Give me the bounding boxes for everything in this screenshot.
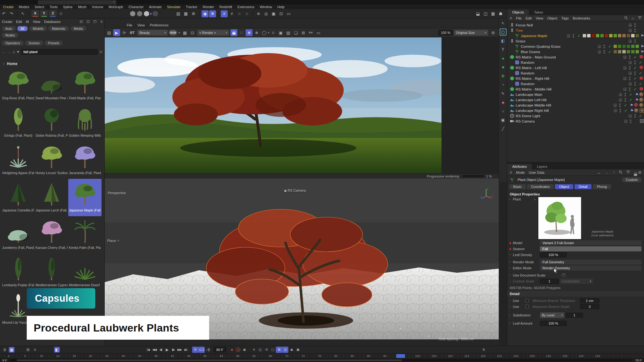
tab-objects[interactable]: Objects bbox=[507, 9, 529, 15]
custom-scale-unit-dropdown[interactable]: Centimeters▾ bbox=[560, 278, 593, 284]
material-swatch[interactable] bbox=[626, 34, 630, 38]
tab-takes[interactable]: Takes bbox=[529, 9, 548, 15]
object-row-rs-camera[interactable]: RS Camera bbox=[507, 118, 644, 124]
plane-tool-icon[interactable]: ▢ bbox=[500, 29, 507, 36]
visibility-dots-icon[interactable] bbox=[634, 61, 636, 64]
redshift-tag-icon[interactable] bbox=[633, 103, 639, 107]
asset-kanzan-cherry-fall-pl[interactable]: Kanzan Cherry (Fall, Pl... bbox=[35, 216, 68, 254]
interactive-render-icon[interactable]: ⊡ bbox=[278, 10, 285, 17]
workplane-lock-icon[interactable]: ⊘ bbox=[243, 10, 250, 17]
cube-tool-icon[interactable]: ◧ bbox=[500, 37, 507, 44]
edit-toggle-icon[interactable] bbox=[623, 88, 626, 91]
edit-toggle-icon[interactable] bbox=[629, 24, 632, 27]
edit-toggle-icon[interactable] bbox=[629, 61, 632, 64]
asset-japanese-larch-fall[interactable]: Japanese Larch (Fall, ... bbox=[35, 179, 68, 216]
expand-timeline-icon[interactable]: ⇅ bbox=[480, 347, 487, 353]
flag-tag-icon[interactable]: ⚑ bbox=[635, 98, 639, 102]
image-focus-icon[interactable]: ▣ bbox=[277, 29, 284, 36]
edit-toggle-icon[interactable] bbox=[567, 34, 570, 37]
menu-help[interactable]: Help bbox=[277, 5, 285, 9]
visibility-dots-icon[interactable] bbox=[629, 55, 630, 59]
picture-viewer-icon[interactable]: ▣ bbox=[270, 10, 277, 17]
axis-x-button[interactable]: X bbox=[31, 10, 39, 17]
asset-field-maple-fall-plant[interactable]: Field Maple (Fall, Plant) bbox=[68, 67, 102, 104]
visibility-dots-icon[interactable] bbox=[630, 119, 631, 123]
custom-button[interactable]: Custom bbox=[622, 177, 641, 182]
collapse-icon[interactable]: ‹ bbox=[3, 62, 4, 66]
text-tool-icon[interactable]: T bbox=[500, 46, 507, 53]
zoom-field[interactable]: 100 % bbox=[438, 30, 453, 36]
asset-golden-weeping-willo[interactable]: Golden Weeping Willo... bbox=[68, 104, 102, 141]
enabled-check-icon[interactable]: ✓ bbox=[624, 103, 629, 107]
menu-window[interactable]: Window bbox=[260, 5, 272, 9]
gear-icon[interactable]: ⚙ bbox=[638, 170, 641, 175]
obj-menu-object[interactable]: Object bbox=[547, 16, 557, 20]
quantize-icon[interactable]: # bbox=[228, 10, 235, 17]
sphere-tool-icon[interactable]: ● bbox=[500, 55, 507, 62]
enabled-check-icon[interactable]: ✓ bbox=[634, 55, 639, 59]
material-swatch[interactable] bbox=[618, 50, 622, 54]
flag-tag-icon[interactable]: ⚑ bbox=[630, 108, 634, 113]
dot-grid-icon[interactable]: ∷ bbox=[238, 29, 245, 36]
render-selector-dropdown[interactable]: < Render >▾ bbox=[197, 30, 229, 36]
range-track[interactable] bbox=[11, 359, 632, 361]
param-dot-icon[interactable]: ○ bbox=[509, 280, 513, 283]
home-icon[interactable]: ⌂ bbox=[632, 16, 634, 20]
ab-menu-view[interactable]: View bbox=[33, 20, 40, 24]
dock-icon[interactable]: ⊡ bbox=[86, 19, 90, 24]
param-dot-icon[interactable]: ○ bbox=[509, 305, 513, 308]
capsule-dark-icon[interactable] bbox=[153, 11, 158, 17]
visibility-dots-icon[interactable] bbox=[634, 82, 636, 86]
burger-icon[interactable]: ≡ bbox=[100, 19, 103, 24]
user-icon[interactable]: ☗ bbox=[497, 10, 504, 17]
enabled-check-icon[interactable]: ✓ bbox=[629, 92, 634, 97]
capsule-circle-icon[interactable] bbox=[137, 11, 142, 17]
thumb-size-icon[interactable]: ⊞ bbox=[25, 347, 31, 353]
gear-tool-icon[interactable]: ⚙ bbox=[500, 73, 507, 80]
timeline-mode-icon[interactable]: ⊞ bbox=[276, 347, 282, 353]
material-tag-icon[interactable] bbox=[634, 108, 638, 112]
burger-icon[interactable]: ≡ bbox=[510, 170, 512, 175]
parameter-toggle-icon[interactable]: ▢ bbox=[269, 347, 276, 353]
redshift-tag-icon[interactable] bbox=[639, 65, 644, 70]
menu-select[interactable]: Select bbox=[35, 5, 44, 9]
film-icon[interactable]: ▤ bbox=[106, 29, 113, 36]
material-swatch[interactable] bbox=[582, 34, 586, 38]
axis-z-button[interactable]: Z bbox=[49, 10, 57, 17]
image-stack-icon[interactable]: ❏ bbox=[292, 29, 299, 36]
material-tag-icon[interactable] bbox=[639, 98, 643, 102]
material-swatch[interactable] bbox=[613, 44, 617, 48]
forward-icon[interactable]: → bbox=[605, 170, 609, 175]
object-row-rs-matrix-right-hill[interactable]: RS Matrix - Right Hill✓ bbox=[507, 76, 644, 81]
render-view-canvas[interactable] bbox=[105, 37, 499, 173]
menu-redshift[interactable]: Redshift bbox=[219, 5, 232, 9]
close-tab-icon[interactable]: × bbox=[113, 0, 115, 3]
filter-presets[interactable]: Presets bbox=[45, 41, 63, 46]
filter-media[interactable]: Media bbox=[70, 26, 86, 31]
param-dot-icon[interactable]: ○ bbox=[509, 198, 513, 201]
param-dot-icon[interactable]: ○ bbox=[509, 274, 513, 277]
place-tool-label[interactable]: Place ↖ bbox=[107, 239, 120, 243]
filter-icon[interactable] bbox=[638, 16, 641, 20]
motion-mode-icon[interactable]: ◫ bbox=[282, 347, 288, 353]
menu-tracker[interactable]: Tracker bbox=[186, 5, 197, 9]
material-swatch[interactable] bbox=[635, 50, 639, 54]
material-swatch[interactable] bbox=[631, 44, 635, 48]
subdivision-field[interactable]: 1 bbox=[566, 313, 583, 318]
edit-toggle-icon[interactable] bbox=[629, 40, 632, 43]
undo-icon[interactable]: ↶ bbox=[0, 10, 7, 17]
ab-menu-ai[interactable]: AI bbox=[26, 20, 29, 24]
asset-dwarf-mountain-pine[interactable]: Dwarf Mountain Pine (... bbox=[35, 67, 68, 104]
object-row-blue-grama[interactable]: Blue Grama✓⚑ bbox=[507, 49, 644, 54]
object-row-common-quaking-grass[interactable]: Common Quaking Grass✓⚑ bbox=[507, 44, 644, 49]
object-row-focus-null[interactable]: Focus Null bbox=[507, 22, 644, 28]
user-data-menu[interactable]: User Data bbox=[529, 171, 545, 174]
param-dot-icon[interactable]: ○ bbox=[509, 299, 513, 302]
back-icon[interactable]: ← bbox=[2, 50, 6, 54]
enabled-check-icon[interactable]: ✓ bbox=[608, 44, 613, 49]
quarter-tool-icon[interactable]: ◔ bbox=[500, 81, 507, 88]
sound-icon[interactable]: ◁)) bbox=[205, 347, 211, 353]
attr-tab-phong[interactable]: Phong bbox=[593, 184, 611, 189]
menu-animate[interactable]: Animate bbox=[149, 5, 162, 9]
channel-caret-icon[interactable]: ▾ bbox=[178, 31, 180, 34]
